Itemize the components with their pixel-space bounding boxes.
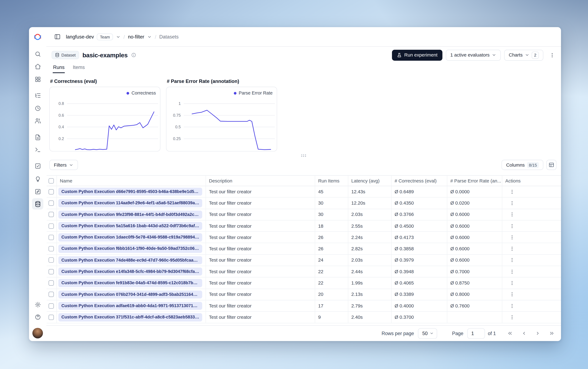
panel-resize-handle[interactable] [46,152,561,160]
sidebar-item-users[interactable] [32,115,43,126]
table-row[interactable]: Custom Python Execution f6bb1614-1f90-40… [47,243,561,255]
row-actions-button[interactable] [508,313,516,321]
table-row[interactable]: Custom Python Execution d66e7991-8595-45… [47,186,561,198]
row-checkbox[interactable] [49,246,54,252]
tab-items[interactable]: Items [72,64,85,73]
sidebar-item-playground[interactable] [32,144,43,155]
filters-button[interactable]: Filters [49,160,78,170]
first-page-button[interactable] [505,328,515,338]
row-actions-button[interactable] [508,245,516,253]
sidebar-item-prompts[interactable] [32,132,43,143]
page-actions-menu-button[interactable] [547,50,557,60]
table-row[interactable]: Custom Python Execution 076b2704-341d-48… [47,289,561,300]
col-header-correctness[interactable]: # Correctness (eval) [392,175,447,186]
sidebar-toggle-button[interactable] [52,32,62,42]
run-name-link[interactable]: Custom Python Execution adfae619-abb0-4d… [58,302,202,310]
langfuse-logo[interactable] [34,33,42,41]
run-name-link[interactable]: Custom Python Execution f6bb1614-1f90-40… [58,245,202,253]
sidebar-item-support[interactable] [32,311,43,323]
table-row[interactable]: Custom Python Execution 1daec0f9-5e78-43… [47,232,561,243]
row-checkbox[interactable] [49,235,54,240]
row-actions-button[interactable] [508,302,516,310]
run-latency: 2.79s [348,300,392,311]
run-name-link[interactable]: Custom Python Execution e14fa348-5cfc-49… [58,267,202,276]
sidebar-item-tracing[interactable] [32,90,43,101]
tab-runs[interactable]: Runs [53,64,65,73]
run-name-link[interactable]: Custom Python Execution 1daec0f9-5e78-43… [58,233,202,241]
row-actions-button[interactable] [508,222,516,230]
table-row[interactable]: Custom Python Execution 74de488e-ec9d-47… [47,255,561,266]
run-name-link[interactable]: Custom Python Execution 114aa9ef-29e6-4e… [58,199,202,207]
breadcrumb-org[interactable]: langfuse-dev [66,34,94,40]
row-checkbox[interactable] [49,280,54,286]
table-row[interactable]: Custom Python Execution 9fe23f98-881e-44… [47,209,561,220]
row-checkbox[interactable] [49,223,54,229]
sidebar-item-evaluators[interactable] [32,160,43,172]
row-checkbox[interactable] [49,269,54,274]
sidebar-item-insights[interactable] [32,173,43,185]
charts-dropdown[interactable]: Charts 2 [504,50,543,61]
row-checkbox[interactable] [49,212,54,217]
row-checkbox[interactable] [49,257,54,263]
col-header-parse-error[interactable]: # Parse Error Rate (an... [447,175,502,186]
row-actions-button[interactable] [508,267,516,276]
prev-page-button[interactable] [519,328,529,338]
row-checkbox[interactable] [49,189,54,195]
run-name-link[interactable]: Custom Python Execution 076b2704-341d-48… [58,290,202,298]
database-icon [55,53,59,57]
row-checkbox[interactable] [49,303,54,308]
row-checkbox[interactable] [49,315,54,320]
rows-per-page-select[interactable]: 50 [418,328,437,338]
select-all-checkbox[interactable] [49,178,54,183]
row-actions-button[interactable] [508,279,516,287]
col-header-run-items[interactable]: Run Items [315,175,348,186]
sidebar-item-settings[interactable] [32,299,43,310]
row-checkbox[interactable] [49,292,54,297]
row-actions-button[interactable] [508,187,516,196]
row-actions-button[interactable] [508,290,516,299]
run-correctness: Ø 0.3766 [392,209,447,220]
run-name-link[interactable]: Custom Python Execution 9fe23f98-881e-44… [58,210,202,218]
evaluators-dropdown[interactable]: 1 active evaluators [446,50,501,61]
sidebar-item-search[interactable] [32,48,43,60]
run-name-link[interactable]: Custom Python Execution fe91b83e-04a5-47… [58,279,202,287]
user-avatar[interactable] [32,328,43,338]
table-row[interactable]: Custom Python Execution adfae619-abb0-4d… [47,300,561,312]
run-name-link[interactable]: Custom Python Execution 371f531c-abff-4d… [58,313,202,321]
kebab-icon [510,189,515,195]
run-name-link[interactable]: Custom Python Execution 74de488e-ec9d-47… [58,256,202,264]
table-row[interactable]: Custom Python Execution 371f531c-abff-4d… [47,312,561,323]
run-name-link[interactable]: Custom Python Execution 5a15a616-1bab-44… [58,222,202,230]
sidebar-item-datasets[interactable] [32,198,43,209]
row-checkbox-cell [47,277,57,288]
table-row[interactable]: Custom Python Execution 5a15a616-1bab-44… [47,220,561,232]
next-page-button[interactable] [533,328,542,338]
table-row[interactable]: Custom Python Execution e14fa348-5cfc-49… [47,266,561,278]
sidebar-item-dashboards[interactable] [32,73,43,85]
row-actions-button[interactable] [508,233,516,242]
page-number-input[interactable] [467,328,485,338]
row-actions-button[interactable] [508,256,516,264]
last-page-button[interactable] [547,328,557,338]
run-items-count: 22 [315,277,348,288]
sidebar-item-annotation[interactable] [32,186,43,197]
col-header-latency[interactable]: Latency (avg) [348,175,392,186]
row-checkbox[interactable] [49,201,54,206]
breadcrumb-project[interactable]: no-filter [128,34,144,40]
col-header-name[interactable]: Name [57,175,206,186]
table-row[interactable]: Custom Python Execution 114aa9ef-29e6-4e… [47,197,561,209]
chevron-left-icon [521,330,527,336]
row-actions-button[interactable] [508,210,516,219]
sidebar-item-home[interactable] [32,61,43,72]
col-header-description[interactable]: Description [206,175,315,186]
columns-button[interactable]: Columns 8/15 [501,160,543,170]
info-icon[interactable] [131,52,136,58]
breadcrumb-section-datasets[interactable]: Datasets [159,34,178,40]
table-view-button[interactable] [546,160,557,170]
sidebar-item-sessions[interactable] [32,102,43,114]
row-actions-button[interactable] [508,199,516,207]
run-experiment-button[interactable]: Run experiment [392,50,442,61]
run-latency: 2.40s [348,312,392,323]
table-row[interactable]: Custom Python Execution fe91b83e-04a5-47… [47,277,561,289]
run-name-link[interactable]: Custom Python Execution d66e7991-8595-45… [58,188,202,196]
